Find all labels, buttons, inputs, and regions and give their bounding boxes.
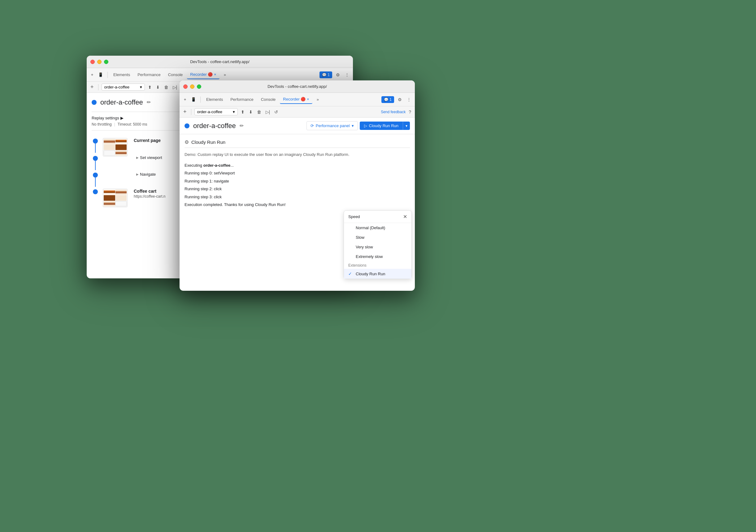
back-tab-performance[interactable]: Performance bbox=[134, 70, 163, 79]
front-tab-performance[interactable]: Performance bbox=[227, 95, 256, 104]
log-step-2: Running step 2: click bbox=[184, 185, 410, 193]
speed-option-very-slow[interactable]: Very slow bbox=[344, 242, 412, 252]
front-minimize-button[interactable] bbox=[190, 85, 194, 89]
dropdown-chevron-icon: ▾ bbox=[140, 85, 142, 89]
back-tab-more[interactable]: » bbox=[221, 70, 229, 79]
front-tab-console[interactable]: Console bbox=[258, 95, 279, 104]
front-perf-icon: ⟳ bbox=[310, 123, 314, 128]
back-step-line-3 bbox=[95, 178, 96, 187]
back-step-line-2 bbox=[95, 161, 96, 170]
front-ext-title: Cloudy Run Run bbox=[191, 139, 225, 145]
close-button[interactable] bbox=[91, 60, 95, 64]
speed-normal-label: Normal (Default) bbox=[356, 225, 385, 230]
front-play-icon: ▷ bbox=[364, 123, 367, 128]
log-step-0: Running step 0: setViewport bbox=[184, 169, 410, 177]
back-edit-icon[interactable]: ✏ bbox=[147, 99, 151, 105]
back-recording-name: order-a-coffee bbox=[100, 98, 143, 106]
front-device-tool[interactable]: 📱 bbox=[189, 96, 198, 103]
front-help-btn[interactable]: ? bbox=[407, 108, 412, 116]
front-replay-arrow-btn[interactable]: ▾ bbox=[403, 121, 410, 130]
back-step-dot-3 bbox=[93, 173, 98, 178]
toolbar-divider-1 bbox=[107, 72, 108, 78]
cloudy-run-run-label: Cloudy Run Run bbox=[356, 271, 385, 276]
front-dropdown-value: order-a-coffee bbox=[197, 110, 222, 114]
back-tab-recorder[interactable]: Recorder 🔴 × bbox=[187, 70, 219, 79]
maximize-button[interactable] bbox=[104, 60, 108, 64]
back-more-btn[interactable]: ⋮ bbox=[344, 71, 350, 79]
front-tab-elements[interactable]: Elements bbox=[203, 95, 226, 104]
speed-option-extremely-slow[interactable]: Extremely slow bbox=[344, 252, 412, 261]
front-replay-controls: ⟳ Performance panel ▾ ▷ Cloudy Run Run ▾ bbox=[307, 121, 410, 130]
back-export-btn[interactable]: ⬆ bbox=[147, 84, 153, 91]
speed-dropdown-header: Speed ✕ bbox=[344, 211, 412, 223]
front-more-btn[interactable]: ⋮ bbox=[406, 96, 412, 103]
front-device-icon: 📱 bbox=[191, 97, 196, 102]
back-window-title: DevTools - coffee-cart.netlify.app/ bbox=[190, 60, 250, 64]
back-thumb-coffee bbox=[103, 189, 127, 207]
speed-very-slow-label: Very slow bbox=[356, 245, 373, 249]
back-step-dot-4 bbox=[93, 189, 98, 194]
settings-chevron-icon: ▶ bbox=[121, 116, 123, 120]
thumb4-cell-3 bbox=[104, 195, 115, 200]
front-tab-recorder[interactable]: Recorder 🔴 × bbox=[280, 95, 312, 104]
back-delete-btn[interactable]: 🗑 bbox=[163, 84, 170, 91]
thumb-cell-1 bbox=[104, 139, 115, 144]
front-send-feedback[interactable]: Send feedback bbox=[381, 110, 406, 114]
traffic-lights bbox=[91, 60, 108, 64]
back-play-btn[interactable]: ▷| bbox=[172, 84, 179, 91]
front-tab-more[interactable]: » bbox=[313, 95, 322, 104]
front-replay-btn-group: ▷ Cloudy Run Run ▾ bbox=[360, 121, 410, 130]
back-tab-console[interactable]: Console bbox=[165, 70, 186, 79]
front-chat-btn[interactable]: 💬 1 bbox=[381, 96, 394, 103]
back-timeout: Timeout: 5000 ms bbox=[118, 122, 148, 127]
back-device-tool[interactable]: 📱 bbox=[96, 71, 105, 78]
front-delete-btn[interactable]: 🗑 bbox=[256, 108, 262, 116]
back-dropdown-value: order-a-coffee bbox=[104, 85, 129, 89]
log-step-3: Running step 3: click bbox=[184, 193, 410, 201]
front-perf-btn[interactable]: ⟳ Performance panel ▾ bbox=[307, 121, 358, 130]
thumb-cell-6 bbox=[116, 150, 127, 156]
back-recording-dropdown[interactable]: order-a-coffee ▾ bbox=[101, 84, 145, 90]
front-replay-btn[interactable]: ▷ Cloudy Run Run bbox=[360, 121, 403, 130]
speed-option-cloudy[interactable]: ✓ Cloudy Run Run bbox=[344, 269, 412, 279]
back-import-btn[interactable]: ⬇ bbox=[155, 84, 161, 91]
back-thumb-1 bbox=[103, 138, 127, 157]
thumb-cell-2 bbox=[116, 139, 127, 144]
thumb4-cell-1 bbox=[104, 190, 115, 195]
speed-option-slow[interactable]: Slow bbox=[344, 233, 412, 242]
back-add-recording-btn[interactable]: + bbox=[89, 83, 95, 91]
front-ext-header: ⚙ Cloudy Run Run bbox=[184, 139, 410, 148]
front-traffic-lights bbox=[183, 85, 201, 89]
front-recording-name: order-a-coffee bbox=[193, 122, 236, 130]
back-cursor-tool[interactable]: ⌖ bbox=[89, 71, 95, 79]
front-recording-dropdown[interactable]: order-a-coffee ▾ bbox=[194, 108, 238, 115]
front-close-button[interactable] bbox=[183, 85, 188, 89]
front-play-btn[interactable]: ▷| bbox=[264, 108, 272, 116]
speed-option-normal[interactable]: Normal (Default) bbox=[344, 223, 412, 233]
front-maximize-button[interactable] bbox=[197, 85, 201, 89]
thumb-cell-5 bbox=[104, 150, 115, 156]
front-settings-btn[interactable]: ⚙ bbox=[396, 96, 403, 103]
front-sec-toolbar-divider bbox=[191, 109, 191, 115]
back-thumb-4 bbox=[103, 189, 127, 207]
log-executing-bold: order-a-coffee bbox=[203, 163, 230, 168]
front-cursor-tool[interactable]: ⌖ bbox=[182, 96, 188, 103]
back-chat-btn[interactable]: 💬 1 bbox=[319, 71, 332, 78]
back-viewport-chevron: ▶ bbox=[136, 156, 139, 159]
minimize-button[interactable] bbox=[97, 60, 101, 64]
front-export-btn[interactable]: ⬆ bbox=[240, 108, 246, 116]
thumb4-cell-6 bbox=[116, 201, 127, 206]
front-devtools-window: DevTools - coffee-cart.netlify.app/ ⌖ 📱 … bbox=[179, 80, 415, 291]
back-settings-btn[interactable]: ⚙ bbox=[335, 71, 341, 79]
front-recording-dot bbox=[184, 123, 189, 128]
front-window-title: DevTools - coffee-cart.netlify.app/ bbox=[267, 84, 327, 89]
front-toolbar-divider-1 bbox=[200, 96, 201, 103]
back-tab-elements[interactable]: Elements bbox=[110, 70, 133, 79]
front-edit-icon[interactable]: ✏ bbox=[240, 123, 244, 129]
speed-close-btn[interactable]: ✕ bbox=[403, 214, 407, 219]
front-import-btn[interactable]: ⬇ bbox=[248, 108, 254, 116]
cursor-icon: ⌖ bbox=[91, 72, 93, 77]
front-record-btn[interactable]: ↺ bbox=[273, 108, 279, 116]
front-add-recording-btn[interactable]: + bbox=[182, 107, 188, 116]
log-completed: Execution completed. Thanks for using Cl… bbox=[184, 201, 410, 209]
